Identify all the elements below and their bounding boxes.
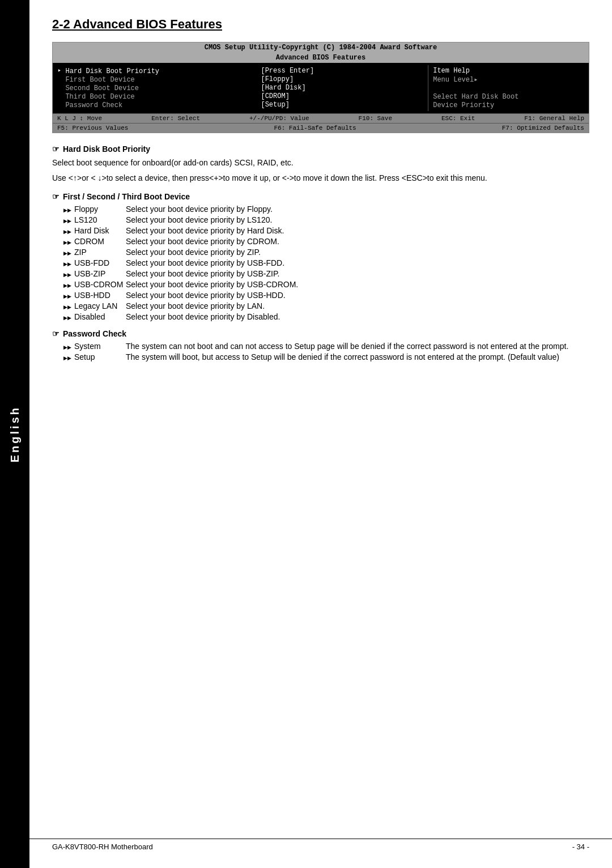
bios-mid-col: [Press Enter] [Floppy] [Hard Disk] [CDRO… xyxy=(256,65,428,111)
double-arrow-setup xyxy=(63,352,73,361)
item-desc-setup: The system will boot, but access to Setu… xyxy=(126,352,589,361)
bios-mid-item-4: [Setup] xyxy=(261,101,423,109)
bios-left-item-2[interactable]: Second Boot Device xyxy=(57,84,252,92)
list-item: System The system can not boot and can n… xyxy=(63,342,589,351)
heading-text-boot-device: First / Second / Third Boot Device xyxy=(63,192,190,201)
item-label-usbzip: USB-ZIP xyxy=(63,269,126,278)
item-label-floppy: Floppy xyxy=(63,205,126,214)
double-arrow-usbcdrom xyxy=(63,280,73,289)
item-desc-usbcdrom: Select your boot device priority by USB-… xyxy=(126,280,589,289)
item-desc-usbhdd: Select your boot device priority by USB-… xyxy=(126,291,589,300)
list-item: Disabled Select your boot device priorit… xyxy=(63,312,589,321)
double-arrow-harddisk xyxy=(63,226,73,235)
heading-password-check: ☞ Password Check xyxy=(52,329,589,338)
bios-key-move: K L J ↕ Move xyxy=(57,115,102,122)
bios-left-item-1[interactable]: First Boot Device xyxy=(57,76,252,84)
bios-help-title: Item Help xyxy=(433,67,584,75)
list-item: Floppy Select your boot device priority … xyxy=(63,205,589,214)
double-arrow-usbfdd xyxy=(63,258,73,267)
sidebar: English xyxy=(0,0,29,868)
section-hard-disk-boot-priority: ☞ Hard Disk Boot Priority Select boot se… xyxy=(52,144,589,184)
heading-boot-device: ☞ First / Second / Third Boot Device xyxy=(52,192,589,201)
bios-help-device-priority: Device Priority xyxy=(433,101,584,109)
section-arrow-icon-2: ☞ xyxy=(52,192,60,201)
bios-header1: CMOS Setup Utility-Copyright (C) 1984-20… xyxy=(53,42,589,53)
bios-key-f7: F7: Optimized Defaults xyxy=(502,125,584,131)
item-label-cdrom: CDROM xyxy=(63,237,126,246)
bios-mid-item-3: [CDROM] xyxy=(261,92,423,100)
page-title: 2-2 Advanced BIOS Features xyxy=(52,17,589,32)
item-label-harddisk: Hard Disk xyxy=(63,226,126,235)
list-item: USB-HDD Select your boot device priority… xyxy=(63,291,589,300)
item-desc-harddisk: Select your boot device priority by Hard… xyxy=(126,226,589,235)
bios-header2: Advanced BIOS Features xyxy=(53,53,589,63)
bios-help-menu-level: Menu Level▸ xyxy=(433,75,584,84)
footer-right: - 34 - xyxy=(572,843,589,851)
item-label-zip: ZIP xyxy=(63,248,126,257)
list-item: LS120 Select your boot device priority b… xyxy=(63,215,589,224)
double-arrow-system xyxy=(63,342,73,351)
main-content: 2-2 Advanced BIOS Features CMOS Setup Ut… xyxy=(29,0,612,386)
double-arrow-floppy xyxy=(63,205,73,214)
item-label-system: System xyxy=(63,342,126,351)
bios-help-select: Select Hard Disk Boot xyxy=(433,93,584,101)
para-hard-disk-2: Use <↑>or < ↓>to select a device, then p… xyxy=(52,172,589,184)
list-item: Hard Disk Select your boot device priori… xyxy=(63,226,589,235)
bios-mid-item-2: [Hard Disk] xyxy=(261,84,423,92)
bios-left-item-0[interactable]: ‣ Hard Disk Boot Priority xyxy=(57,67,252,75)
double-arrow-ls120 xyxy=(63,215,73,224)
list-item: USB-ZIP Select your boot device priority… xyxy=(63,269,589,278)
bios-right-col: Item Help Menu Level▸ Select Hard Disk B… xyxy=(428,65,589,111)
double-arrow-legacylan xyxy=(63,301,73,310)
bios-footer: K L J ↕ Move Enter: Select +/-/PU/PD: Va… xyxy=(53,113,589,123)
bios-key-f5: F5: Previous Values xyxy=(57,125,128,131)
sidebar-label: English xyxy=(8,406,22,462)
bios-mid-item-0: [Press Enter] xyxy=(261,67,423,75)
list-item: USB-FDD Select your boot device priority… xyxy=(63,258,589,267)
list-item: ZIP Select your boot device priority by … xyxy=(63,248,589,257)
item-label-disabled: Disabled xyxy=(63,312,126,321)
bios-key-value: +/-/PU/PD: Value xyxy=(249,115,309,122)
item-desc-system: The system can not boot and can not acce… xyxy=(126,342,589,351)
heading-text-password-check: Password Check xyxy=(63,329,126,338)
item-label-ls120: LS120 xyxy=(63,215,126,224)
item-desc-ls120: Select your boot device priority by LS12… xyxy=(126,215,589,224)
footer-left: GA-K8VT800-RH Motherboard xyxy=(52,843,153,851)
bios-key-esc: ESC: Exit xyxy=(441,115,475,122)
section-password-check: ☞ Password Check System The system can n… xyxy=(52,329,589,361)
bios-key-f1: F1: General Help xyxy=(524,115,584,122)
bios-left-item-4[interactable]: Password Check xyxy=(57,101,252,109)
double-arrow-usbhdd xyxy=(63,291,73,300)
list-item: Setup The system will boot, but access t… xyxy=(63,352,589,361)
bios-key-enter: Enter: Select xyxy=(151,115,200,122)
bios-left-item-3[interactable]: Third Boot Device xyxy=(57,93,252,101)
bios-footer2: F5: Previous Values F6: Fail-Safe Defaul… xyxy=(53,123,589,133)
double-arrow-zip xyxy=(63,248,73,257)
para-hard-disk-1: Select boot sequence for onboard(or add-… xyxy=(52,157,589,169)
item-label-setup: Setup xyxy=(63,352,126,361)
double-arrow-cdrom xyxy=(63,237,73,246)
item-desc-floppy: Select your boot device priority by Flop… xyxy=(126,205,589,214)
bios-key-f10: F10: Save xyxy=(359,115,392,122)
bios-box: CMOS Setup Utility-Copyright (C) 1984-20… xyxy=(52,42,589,133)
item-desc-usbzip: Select your boot device priority by USB-… xyxy=(126,269,589,278)
bios-help-spacer xyxy=(433,84,584,92)
heading-hard-disk-boot-priority: ☞ Hard Disk Boot Priority xyxy=(52,144,589,154)
list-item: USB-CDROM Select your boot device priori… xyxy=(63,280,589,289)
list-item: CDROM Select your boot device priority b… xyxy=(63,237,589,246)
item-desc-zip: Select your boot device priority by ZIP. xyxy=(126,248,589,257)
boot-device-list: Floppy Select your boot device priority … xyxy=(63,205,589,321)
section-arrow-icon: ☞ xyxy=(52,144,60,154)
list-item: Legacy LAN Select your boot device prior… xyxy=(63,301,589,310)
bios-mid-item-1: [Floppy] xyxy=(261,75,423,83)
item-label-usbfdd: USB-FDD xyxy=(63,258,126,267)
item-desc-usbfdd: Select your boot device priority by USB-… xyxy=(126,258,589,267)
item-desc-cdrom: Select your boot device priority by CDRO… xyxy=(126,237,589,246)
heading-text-hard-disk: Hard Disk Boot Priority xyxy=(63,144,150,154)
item-label-legacylan: Legacy LAN xyxy=(63,301,126,310)
bios-body: ‣ Hard Disk Boot Priority First Boot Dev… xyxy=(53,63,589,113)
double-arrow-usbzip xyxy=(63,269,73,278)
password-check-list: System The system can not boot and can n… xyxy=(63,342,589,361)
page-footer: GA-K8VT800-RH Motherboard - 34 - xyxy=(29,839,612,851)
section-arrow-icon-3: ☞ xyxy=(52,329,60,338)
